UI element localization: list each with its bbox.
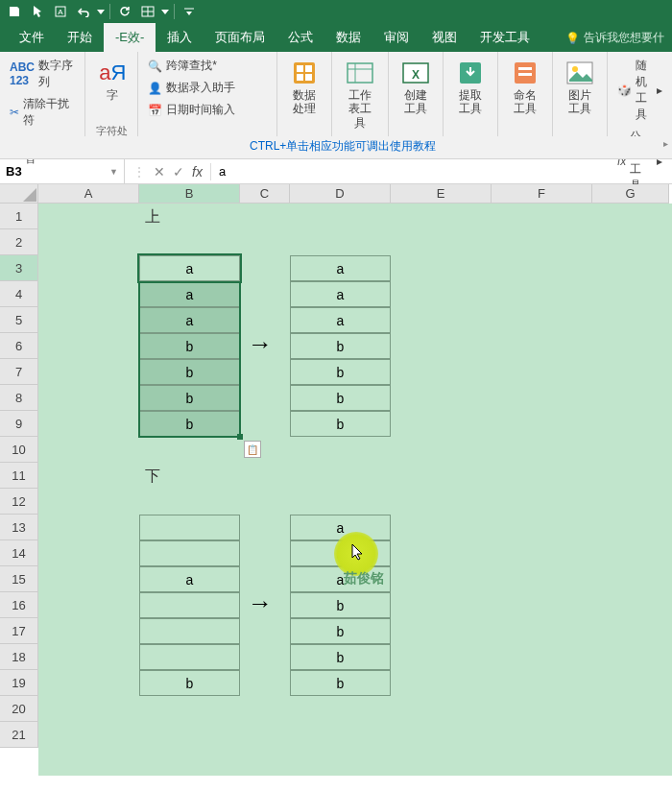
cell[interactable]: b [139,333,240,359]
number-sequence-button[interactable]: ABC123数字序列 [6,56,79,92]
select-all-corner[interactable] [0,184,38,204]
row-header-10[interactable]: 10 [0,437,38,463]
row-header-15[interactable]: 15 [0,566,38,592]
name-tools-button[interactable]: 命名工具 [504,56,546,139]
row-header-8[interactable]: 8 [0,385,38,411]
cell[interactable]: b [290,333,391,359]
row-header-14[interactable]: 14 [0,540,38,566]
datetime-input-button[interactable]: 📅日期时间输入 [144,100,239,120]
row-header-17[interactable]: 17 [0,618,38,644]
image-tools-button[interactable]: 图片工具 [559,56,601,139]
cell[interactable]: a [139,281,240,307]
cell[interactable] [139,540,240,566]
cell[interactable] [139,592,240,618]
paste-options-icon[interactable]: 📋 [244,441,261,458]
refresh-icon[interactable] [114,1,135,22]
tab-data[interactable]: 数据 [324,23,372,52]
undo-dropdown-icon[interactable] [96,1,106,22]
row-header-13[interactable]: 13 [0,515,38,540]
row-header-5[interactable]: 5 [0,307,38,333]
tab-view[interactable]: 视图 [420,23,468,52]
tab-file[interactable]: 文件 [8,23,56,52]
fill-handle[interactable] [237,434,243,440]
name-box-dropdown-icon[interactable]: ▼ [109,167,118,177]
row-header-16[interactable]: 16 [0,592,38,618]
cell[interactable]: a [139,307,240,333]
enter-icon[interactable]: ✓ [173,164,184,180]
cell[interactable]: b [290,670,391,696]
cell[interactable]: b [290,359,391,385]
tab-page-layout[interactable]: 页面布局 [204,23,276,52]
col-header-B[interactable]: B [139,184,240,204]
col-header-G[interactable]: G [592,184,669,204]
cells-area[interactable]: 上下aaabbbb📋aaabbbbabaaabbbb→→茹俊铭 [38,204,672,776]
name-box[interactable]: ▼ [0,159,125,183]
tab-formulas[interactable]: 公式 [276,23,324,52]
undo-icon[interactable] [73,1,94,22]
tab-home[interactable]: 开始 [56,23,104,52]
random-tools-button[interactable]: 🎲随机工具▸ [613,56,666,125]
cell[interactable]: b [290,618,391,644]
customize-dropdown-icon[interactable] [179,1,200,22]
clear-interference-button[interactable]: ✂清除干扰符 [6,94,79,131]
col-header-F[interactable]: F [492,184,592,204]
col-header-A[interactable]: A [38,184,139,204]
save-icon[interactable] [4,1,25,22]
cell[interactable] [139,618,240,644]
row-header-9[interactable]: 9 [0,411,38,437]
cell[interactable]: b [139,411,240,437]
cell[interactable]: a [290,281,391,307]
cell[interactable]: b [290,411,391,437]
col-header-E[interactable]: E [391,184,492,204]
cell[interactable]: a [139,255,240,281]
cell[interactable] [139,644,240,670]
cancel-icon[interactable]: ✕ [154,164,165,180]
ribbon-footer-help[interactable]: CTRL+单击相应功能可调出使用教程 [250,139,436,153]
extract-tools-button[interactable]: 提取工具 [449,56,492,139]
formula-expand-icon[interactable]: ⋮ [132,164,146,180]
row-header-11[interactable]: 11 [0,463,38,489]
cursor-icon[interactable] [27,1,48,22]
row-header-6[interactable]: 6 [0,333,38,359]
fx-icon[interactable]: fx [192,164,203,180]
char-process-button[interactable]: aЯ 字 [91,56,133,122]
row-header-1[interactable]: 1 [0,204,38,229]
row-header-19[interactable]: 19 [0,670,38,696]
data-process-button[interactable]: 数据处理 [283,56,325,139]
cell[interactable]: a [290,255,391,281]
row-header-12[interactable]: 12 [0,489,38,515]
tab-developer[interactable]: 开发工具 [468,23,541,52]
col-header-C[interactable]: C [240,184,290,204]
row-header-18[interactable]: 18 [0,644,38,670]
create-tools-button[interactable]: X 创建工具 [395,56,437,139]
cell[interactable]: a [139,566,240,592]
cell[interactable]: b [139,385,240,411]
name-box-input[interactable] [6,164,109,179]
cell[interactable]: b [290,385,391,411]
tab-exiao[interactable]: -E效- [104,23,156,52]
data-entry-button[interactable]: 👤数据录入助手 [144,78,239,98]
row-header-4[interactable]: 4 [0,281,38,307]
cell[interactable]: b [139,670,240,696]
text-icon[interactable]: A [50,1,71,22]
cell[interactable] [139,515,240,540]
cell[interactable]: b [290,644,391,670]
cell[interactable]: a [290,307,391,333]
grid-icon[interactable] [137,1,158,22]
cross-lookup-button[interactable]: 🔍跨簿查找* [144,56,239,76]
formula-input[interactable]: a [211,164,672,179]
tab-review[interactable]: 审阅 [372,23,420,52]
col-header-D[interactable]: D [290,184,391,204]
tell-me[interactable]: 💡告诉我您想要什 [558,24,672,52]
row-header-20[interactable]: 20 [0,696,38,722]
grid-dropdown-icon[interactable] [160,1,170,22]
cell[interactable]: a [290,515,391,540]
tab-insert[interactable]: 插入 [156,23,204,52]
row-header-3[interactable]: 3 [0,255,38,281]
sheet-tools-button[interactable]: 工作表工具 [338,56,382,139]
row-header-2[interactable]: 2 [0,229,38,255]
row-header-7[interactable]: 7 [0,359,38,385]
cell[interactable]: b [290,592,391,618]
cell[interactable]: b [139,359,240,385]
row-header-21[interactable]: 21 [0,722,38,748]
